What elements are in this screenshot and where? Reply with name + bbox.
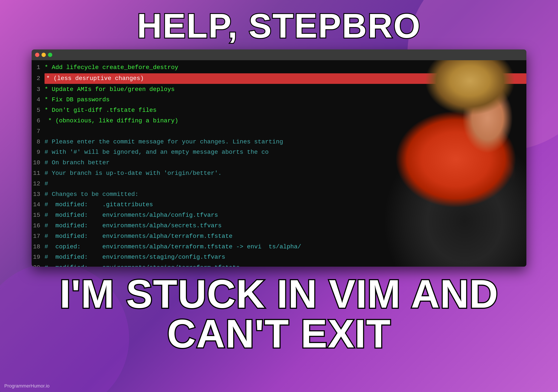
line-2: 2 * (less desruptive changes) [32, 73, 526, 84]
line-4: 4 * Fix DB passwords [32, 95, 526, 105]
line-16: 16 # modified: environments/alpha/secret… [32, 221, 526, 231]
watermark: ProgrammerHumor.io [4, 383, 50, 389]
line-3: 3 * Update AMIs for blue/green deploys [32, 84, 526, 95]
line-14: 14 # modified: .gitattributes [32, 200, 526, 210]
line-17: 17 # modified: environments/alpha/terraf… [32, 231, 526, 242]
line-20: 20 # modified: environments/staging/terr… [32, 263, 526, 267]
line-13: 13 # Changes to be committed: [32, 189, 526, 200]
line-8: 8 # Please enter the commit message for … [32, 137, 526, 147]
top-text: HELP, STEPBRO [137, 9, 421, 43]
vim-window: 1 * Add lifecycle create_before_destroy … [32, 50, 526, 267]
line-19: 19 # modified: environments/staging/conf… [32, 252, 526, 263]
line-5: 5 * Don't git-diff .tfstate files [32, 105, 526, 116]
window-content: 1 * Add lifecycle create_before_destroy … [32, 60, 526, 267]
line-7: 7 [32, 126, 526, 137]
line-1: 1 * Add lifecycle create_before_destroy [32, 62, 526, 73]
close-dot[interactable] [35, 53, 39, 57]
minimize-dot[interactable] [42, 53, 46, 57]
line-11: 11 # Your branch is up-to-date with 'ori… [32, 168, 526, 179]
line-10: 10 # On branch better [32, 158, 526, 168]
line-18: 18 # copied: environments/alpha/terrafor… [32, 242, 526, 252]
line-9: 9 # with '#' will be ignored, and an emp… [32, 147, 526, 158]
line-6: 6 * (obnoxious, like diffing a binary) [32, 116, 526, 126]
editor-area[interactable]: 1 * Add lifecycle create_before_destroy … [32, 60, 526, 267]
line-12: 12 # [32, 179, 526, 189]
bottom-text: I'M STUCK IN VIM AND CAN'T EXIT [0, 274, 558, 354]
maximize-dot[interactable] [48, 53, 52, 57]
line-15: 15 # modified: environments/alpha/config… [32, 210, 526, 221]
window-titlebar [32, 50, 526, 60]
